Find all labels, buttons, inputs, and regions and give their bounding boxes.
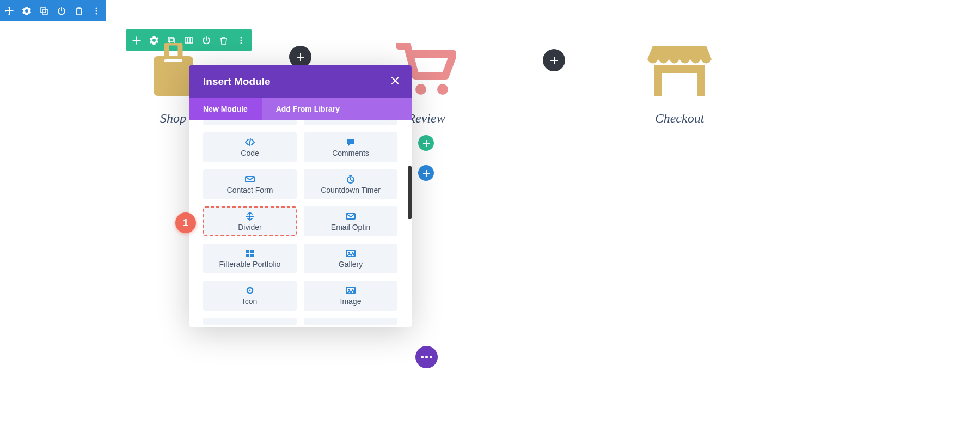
add-module-button[interactable]: [543, 49, 565, 71]
grid-icon: [245, 249, 255, 258]
storefront-icon: [614, 43, 745, 96]
mail-icon: [245, 175, 255, 184]
svg-rect-14: [167, 43, 180, 59]
svg-rect-25: [246, 254, 249, 257]
svg-point-30: [249, 289, 251, 291]
module-label: Countdown Timer: [321, 186, 381, 194]
svg-point-17: [437, 84, 448, 95]
module-card-contact-form[interactable]: Contact Form: [203, 169, 297, 199]
module-card-code[interactable]: Code: [203, 132, 297, 162]
module-card-partial[interactable]: [304, 318, 397, 325]
svg-rect-24: [250, 250, 254, 253]
svg-point-4: [96, 13, 97, 14]
module-label: Email Optin: [331, 223, 370, 232]
svg-point-11: [241, 39, 242, 41]
callout-badge: 1: [175, 212, 196, 233]
circle-icon: [245, 286, 255, 295]
svg-point-12: [241, 42, 242, 44]
tab-new-module[interactable]: New Module: [189, 98, 262, 120]
insert-module-modal: Insert Module New Module Add From Librar…: [189, 65, 412, 327]
module-label: Divider: [238, 223, 262, 232]
column-checkout: Checkout: [614, 43, 745, 126]
svg-point-3: [96, 10, 97, 11]
add-module-button[interactable]: [289, 46, 311, 68]
modal-title: Insert Module: [203, 76, 271, 88]
svg-point-2: [96, 7, 97, 9]
svg-rect-26: [250, 254, 254, 257]
modal-header: Insert Module: [189, 65, 412, 98]
svg-rect-9: [191, 38, 193, 43]
duplicate-icon[interactable]: [39, 6, 49, 16]
module-card-partial[interactable]: [203, 318, 297, 325]
module-label: Comments: [332, 149, 369, 157]
add-row-button[interactable]: [418, 135, 434, 151]
module-card-divider[interactable]: Divider: [203, 206, 297, 236]
module-list[interactable]: Code Comments Contact Form Countdown Tim…: [189, 120, 412, 327]
svg-rect-19: [662, 73, 697, 96]
image-icon: [346, 286, 356, 295]
move-icon[interactable]: [4, 6, 14, 16]
modal-tabs: New Module Add From Library: [189, 98, 412, 120]
svg-point-10: [241, 36, 242, 38]
module-label: Icon: [243, 297, 257, 306]
svg-rect-8: [188, 38, 190, 43]
module-label: Contact Form: [227, 186, 273, 194]
svg-rect-7: [185, 38, 187, 43]
clock-icon: [346, 175, 356, 184]
image-icon: [346, 249, 356, 258]
module-card-partial[interactable]: [304, 120, 397, 125]
module-card-icon[interactable]: Icon: [203, 281, 297, 311]
scrollbar-thumb[interactable]: [408, 166, 412, 219]
column-label: Checkout: [614, 111, 745, 126]
code-icon: [245, 138, 255, 147]
modal-body: Code Comments Contact Form Countdown Tim…: [189, 120, 412, 327]
svg-rect-0: [41, 8, 46, 13]
divider-icon: [245, 212, 255, 221]
add-section-button[interactable]: [418, 165, 434, 181]
module-card-image[interactable]: Image: [304, 281, 397, 311]
module-label: Image: [340, 297, 362, 306]
module-label: Filterable Portfolio: [219, 260, 281, 269]
gear-icon[interactable]: [22, 6, 32, 16]
module-card-countdown-timer[interactable]: Countdown Timer: [304, 169, 397, 199]
svg-rect-15: [164, 59, 182, 62]
module-card-partial[interactable]: [203, 120, 297, 125]
svg-point-16: [415, 84, 426, 95]
mail-icon: [346, 212, 356, 221]
section-toolbar: [0, 0, 106, 21]
svg-rect-5: [168, 37, 173, 42]
module-card-email-optin[interactable]: Email Optin: [304, 206, 397, 236]
chat-icon: [346, 138, 356, 147]
module-label: Gallery: [339, 260, 363, 269]
module-card-gallery[interactable]: Gallery: [304, 244, 397, 273]
svg-rect-1: [42, 9, 47, 14]
svg-rect-23: [246, 250, 249, 253]
page-settings-button[interactable]: [415, 346, 438, 368]
module-card-comments[interactable]: Comments: [304, 132, 397, 162]
module-label: Code: [241, 149, 259, 157]
module-card-filterable-portfolio[interactable]: Filterable Portfolio: [203, 244, 297, 273]
power-icon[interactable]: [57, 6, 66, 16]
close-icon[interactable]: [391, 76, 400, 87]
tab-add-from-library[interactable]: Add From Library: [262, 98, 412, 120]
more-icon[interactable]: [91, 6, 101, 16]
trash-icon[interactable]: [74, 6, 84, 16]
